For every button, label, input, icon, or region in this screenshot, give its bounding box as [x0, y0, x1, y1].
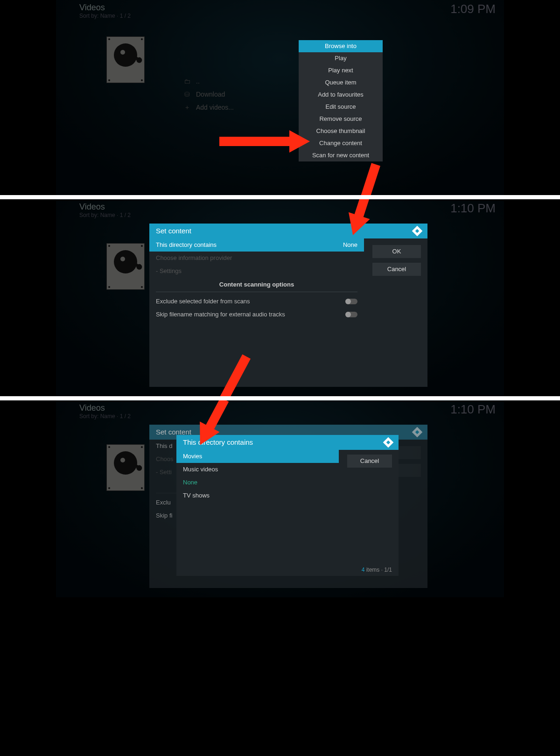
arrow-annotation	[336, 163, 411, 195]
menu-edit-source[interactable]: Edit source	[299, 101, 383, 113]
sort-info: Sort by: Name · 1 / 2	[79, 413, 131, 420]
section-content-scanning: Content scanning options	[156, 278, 357, 292]
plus-icon: +	[184, 104, 190, 111]
clock: 1:10 PM	[450, 201, 496, 216]
disk-icon	[106, 444, 145, 491]
menu-browse-into[interactable]: Browse into	[299, 40, 383, 52]
file-list: 🗀.. ⛁Download +Add videos...	[184, 75, 291, 114]
toggle-icon[interactable]	[345, 312, 357, 317]
header: Videos Sort by: Name · 1 / 2	[79, 403, 131, 420]
dialog-header: Set content	[149, 224, 427, 238]
row-information-provider[interactable]: Choose information provider	[149, 252, 364, 265]
row-settings[interactable]: - Settings	[149, 265, 364, 278]
menu-change-content[interactable]: Change content	[299, 137, 383, 149]
context-menu: Browse into Play Play next Queue item Ad…	[299, 40, 383, 161]
page-title: Videos	[79, 403, 131, 413]
item-count: 4 items · 1/1	[362, 567, 392, 573]
directory-contains-value: None	[343, 238, 357, 252]
disk-icon	[106, 36, 145, 83]
disk-icon	[106, 243, 145, 290]
menu-choose-thumbnail[interactable]: Choose thumbnail	[299, 125, 383, 137]
kodi-icon	[412, 226, 423, 237]
dialog-buttons: OK Cancel	[372, 245, 421, 276]
row-exclude-folder[interactable]: Exclude selected folder from scans	[149, 295, 364, 308]
dialog-title: Set content	[156, 224, 191, 238]
list-item[interactable]: ⛁Download	[184, 88, 291, 101]
panel-2: Videos Sort by: Name · 1 / 2 1:10 PM Set…	[56, 199, 504, 396]
ok-button[interactable]: OK	[372, 245, 421, 258]
header: Videos Sort by: Name · 1 / 2	[79, 202, 131, 218]
panel-3: Videos Sort by: Name · 1 / 2 1:10 PM Set…	[56, 400, 504, 597]
clock: 1:10 PM	[450, 402, 496, 417]
directory-contains-dialog: This directory contains Movies Music vid…	[176, 435, 399, 576]
option-movies[interactable]: Movies	[176, 450, 339, 463]
set-content-dialog: Set content This directory contains None…	[149, 224, 427, 387]
dialog-title: This directory contains	[183, 435, 253, 450]
menu-add-favourites[interactable]: Add to favourites	[299, 89, 383, 101]
page-title: Videos	[79, 3, 131, 13]
clock: 1:09 PM	[450, 2, 496, 16]
option-music-videos[interactable]: Music videos	[176, 463, 339, 476]
disk-icon-small: ⛁	[184, 91, 190, 98]
option-none[interactable]: None	[176, 476, 339, 489]
toggle-icon[interactable]	[345, 299, 357, 304]
menu-scan-new-content[interactable]: Scan for new content	[299, 149, 383, 161]
row-skip-filename[interactable]: Skip filename matching for external audi…	[149, 308, 364, 321]
header: Videos Sort by: Name · 1 / 2	[79, 3, 131, 19]
panel-1: Videos Sort by: Name · 1 / 2 1:09 PM 🗀..…	[56, 0, 504, 195]
menu-queue-item[interactable]: Queue item	[299, 77, 383, 89]
kodi-icon	[383, 437, 394, 448]
cancel-button[interactable]: Cancel	[372, 263, 421, 276]
list-item[interactable]: +Add videos...	[184, 101, 291, 114]
page-title: Videos	[79, 202, 131, 212]
row-directory-contains[interactable]: This directory contains None	[149, 238, 364, 252]
sort-info: Sort by: Name · 1 / 2	[79, 212, 131, 218]
menu-play[interactable]: Play	[299, 52, 383, 64]
sort-info: Sort by: Name · 1 / 2	[79, 13, 131, 19]
dialog-header: This directory contains	[176, 435, 399, 450]
menu-play-next[interactable]: Play next	[299, 64, 383, 77]
option-tv-shows[interactable]: TV shows	[176, 489, 339, 502]
folder-up-icon: 🗀	[184, 77, 190, 85]
kodi-icon	[412, 427, 423, 438]
menu-remove-source[interactable]: Remove source	[299, 113, 383, 125]
list-item[interactable]: 🗀..	[184, 75, 291, 88]
cancel-button[interactable]: Cancel	[347, 455, 392, 468]
